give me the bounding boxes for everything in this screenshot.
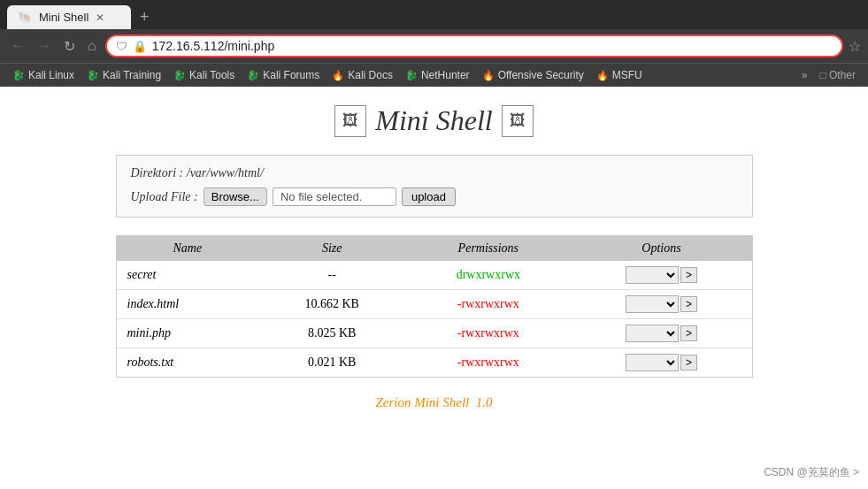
- col-header-size: Size: [258, 236, 405, 261]
- options-go-button[interactable]: >: [680, 325, 697, 341]
- options-go-button[interactable]: >: [680, 296, 697, 312]
- file-name-cell: robots.txt: [117, 348, 259, 378]
- file-permissions-cell: -rwxrwxrwx: [405, 290, 571, 319]
- options-select[interactable]: [626, 295, 679, 313]
- shell-footer: Zerion Mini Shell 1.0: [18, 395, 850, 410]
- upload-section: Direktori : /var/www/html/ Upload File :…: [116, 155, 753, 218]
- address-input[interactable]: [152, 39, 833, 53]
- bookmark-kali-training[interactable]: 🐉 Kali Training: [81, 67, 166, 83]
- file-permissions-cell: -rwxrwxrwx: [405, 319, 571, 348]
- file-name-cell: mini.php: [117, 319, 259, 348]
- kali-forums-icon: 🐉: [247, 69, 259, 81]
- page-content: 🖼 Mini Shell 🖼 Direktori : /var/www/html…: [0, 87, 868, 440]
- bookmark-nethunter-label: NetHunter: [421, 69, 470, 81]
- offensive-security-icon: 🔥: [482, 69, 495, 81]
- file-options-cell[interactable]: >: [571, 319, 751, 348]
- shell-header: 🖼 Mini Shell 🖼: [18, 104, 850, 137]
- file-size-cell: 0.021 KB: [258, 348, 405, 378]
- directory-label: Direktori :: [131, 166, 184, 180]
- bookmark-offensive-security[interactable]: 🔥 Offensive Security: [477, 67, 589, 83]
- table-row: index.html10.662 KB-rwxrwxrwx>: [117, 290, 752, 319]
- upload-button[interactable]: upload: [402, 187, 456, 206]
- bookmark-nethunter[interactable]: 🐉 NetHunter: [400, 67, 475, 83]
- back-button[interactable]: ←: [7, 36, 28, 56]
- file-name-cell: secret: [117, 261, 259, 290]
- col-header-name: Name: [117, 236, 259, 261]
- file-options-cell[interactable]: >: [571, 348, 751, 378]
- bookmark-kali-training-label: Kali Training: [103, 69, 161, 81]
- lock-icon: 🔒: [133, 40, 147, 53]
- file-table-wrapper: Name Size Permissions Options secret--dr…: [116, 235, 753, 378]
- footer-version: 1.0: [476, 395, 493, 409]
- page-title: Mini Shell: [375, 104, 492, 137]
- kali-tools-icon: 🐉: [173, 69, 186, 81]
- bookmarks-more-button[interactable]: »: [796, 67, 813, 83]
- tab-label: Mini Shell: [39, 11, 88, 24]
- file-table: Name Size Permissions Options secret--dr…: [117, 236, 752, 377]
- table-row: mini.php8.025 KB-rwxrwxrwx>: [117, 319, 752, 348]
- bookmark-star-button[interactable]: ☆: [849, 38, 861, 55]
- bookmark-kali-docs-label: Kali Docs: [348, 69, 393, 81]
- table-row: robots.txt0.021 KB-rwxrwxrwx>: [117, 348, 752, 378]
- file-options-cell[interactable]: >: [571, 290, 751, 319]
- directory-display: Direktori : /var/www/html/: [131, 166, 738, 180]
- nethunter-icon: 🐉: [405, 69, 418, 81]
- footer-text: Zerion Mini Shell: [375, 395, 469, 409]
- active-tab[interactable]: 🐚 Mini Shell ✕: [7, 5, 131, 29]
- msfu-icon: 🔥: [596, 69, 609, 81]
- file-permissions-cell: drwxrwxrwx: [405, 261, 571, 290]
- shell-icon-left: 🖼: [334, 105, 366, 137]
- bookmark-kali-docs[interactable]: 🔥 Kali Docs: [326, 67, 398, 83]
- file-size-cell: 8.025 KB: [258, 319, 405, 348]
- upload-label: Upload File :: [131, 190, 198, 204]
- tab-bar: 🐚 Mini Shell ✕ +: [0, 0, 868, 29]
- file-size-cell: --: [258, 261, 405, 290]
- file-size-cell: 10.662 KB: [258, 290, 405, 319]
- reload-button[interactable]: ↻: [60, 36, 79, 57]
- table-row: secret--drwxrwxrwx>: [117, 261, 752, 290]
- file-options-cell[interactable]: >: [571, 261, 751, 290]
- options-select[interactable]: [626, 354, 679, 371]
- file-permissions-cell: -rwxrwxrwx: [405, 348, 571, 378]
- bookmark-kali-forums[interactable]: 🐉 Kali Forums: [242, 67, 325, 83]
- bookmark-kali-tools[interactable]: 🐉 Kali Tools: [168, 67, 240, 83]
- bookmark-kali-linux-label: Kali Linux: [28, 69, 74, 81]
- bookmarks-other-label: □ Other: [814, 67, 861, 83]
- bookmarks-bar: 🐉 Kali Linux 🐉 Kali Training 🐉 Kali Tool…: [0, 63, 868, 87]
- kali-docs-icon: 🔥: [332, 69, 344, 81]
- bookmark-kali-forums-label: Kali Forums: [263, 69, 319, 81]
- kali-training-icon: 🐉: [87, 69, 99, 81]
- bookmark-offensive-security-label: Offensive Security: [498, 69, 584, 81]
- browser-chrome: 🐚 Mini Shell ✕ + ← → ↻ ⌂ 🛡 🔒 ☆ 🐉 Kali Li…: [0, 0, 868, 87]
- col-header-options: Options: [571, 236, 751, 261]
- table-header-row: Name Size Permissions Options: [117, 236, 752, 261]
- forward-button[interactable]: →: [34, 36, 55, 56]
- kali-linux-icon: 🐉: [12, 69, 25, 81]
- tab-close-button[interactable]: ✕: [96, 11, 104, 24]
- col-header-permissions: Permissions: [405, 236, 571, 261]
- shell-icon-right: 🖼: [502, 105, 534, 137]
- directory-path: /var/www/html/: [187, 166, 264, 180]
- tab-favicon: 🐚: [18, 11, 32, 24]
- options-go-button[interactable]: >: [680, 355, 697, 371]
- options-select[interactable]: [626, 266, 679, 284]
- bookmark-msfu[interactable]: 🔥 MSFU: [591, 67, 648, 83]
- bookmark-kali-linux[interactable]: 🐉 Kali Linux: [7, 67, 80, 83]
- options-select[interactable]: [626, 325, 679, 342]
- options-go-button[interactable]: >: [680, 267, 697, 283]
- home-button[interactable]: ⌂: [84, 36, 100, 56]
- bookmark-kali-tools-label: Kali Tools: [189, 69, 234, 81]
- file-name-display: No file selected.: [273, 187, 396, 206]
- file-name-cell: index.html: [117, 290, 259, 319]
- nav-bar: ← → ↻ ⌂ 🛡 🔒 ☆: [0, 29, 868, 63]
- shield-icon: 🛡: [116, 40, 127, 53]
- bookmark-msfu-label: MSFU: [612, 69, 642, 81]
- browse-button[interactable]: Browse...: [204, 187, 267, 206]
- upload-row: Upload File : Browse... No file selected…: [131, 187, 738, 206]
- address-bar-container: 🛡 🔒: [105, 34, 843, 57]
- new-tab-button[interactable]: +: [134, 8, 155, 27]
